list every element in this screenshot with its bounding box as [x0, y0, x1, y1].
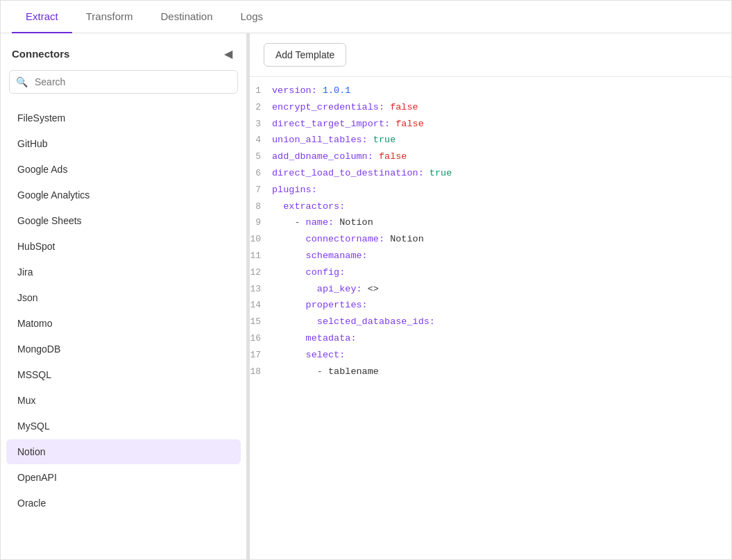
code-line-14: 14 properties:: [250, 297, 731, 314]
line-content-13: api_key: <>: [272, 282, 731, 297]
line-number-10: 10: [250, 232, 272, 247]
line-content-6: direct_load_to_destination: true: [272, 166, 731, 181]
search-box: 🔍: [9, 70, 238, 94]
line-number-6: 6: [250, 167, 272, 181]
toolbar: Add Template: [250, 33, 731, 77]
connector-item-google-analytics[interactable]: Google Analytics: [6, 183, 241, 207]
line-number-12: 12: [250, 266, 272, 280]
right-panel: Add Template 1version: 1.0.12encrypt_cre…: [250, 33, 731, 559]
tab-logs[interactable]: Logs: [227, 1, 278, 33]
connector-item-google-ads[interactable]: Google Ads: [6, 157, 241, 182]
code-line-5: 5add_dbname_column: false: [250, 149, 731, 165]
connector-item-jira[interactable]: Jira: [6, 260, 241, 285]
search-input[interactable]: [9, 70, 238, 94]
code-line-17: 17 select:: [250, 347, 731, 364]
line-content-2: encrypt_credentials: false: [272, 100, 731, 115]
line-content-8: extractors:: [272, 199, 731, 214]
code-line-16: 16 metadata:: [250, 330, 731, 347]
line-number-14: 14: [250, 298, 272, 313]
line-content-9: - name: Notion: [272, 215, 731, 230]
connector-item-matomo[interactable]: Matomo: [6, 311, 241, 336]
line-content-12: config:: [272, 265, 731, 280]
line-number-9: 9: [250, 216, 272, 230]
line-number-7: 7: [250, 183, 272, 198]
line-content-17: select:: [272, 348, 731, 363]
connector-item-google-sheets[interactable]: Google Sheets: [6, 208, 241, 233]
line-number-13: 13: [250, 282, 272, 297]
line-content-5: add_dbname_column: false: [272, 149, 731, 164]
connector-item-mssql[interactable]: MSSQL: [6, 362, 241, 387]
line-number-17: 17: [250, 348, 272, 363]
code-line-2: 2encrypt_credentials: false: [250, 99, 731, 116]
top-tabs: Extract Transform Destination Logs: [1, 1, 731, 33]
collapse-icon: ◀: [224, 47, 232, 60]
sidebar-header: Connectors ◀: [1, 33, 246, 70]
add-template-button[interactable]: Add Template: [264, 43, 346, 67]
connector-list: FileSystemGitHubGoogle AdsGoogle Analyti…: [1, 102, 246, 559]
code-line-3: 3direct_target_import: false: [250, 116, 731, 133]
line-content-10: connectorname: Notion: [272, 232, 731, 247]
code-line-12: 12 config:: [250, 264, 731, 281]
line-content-18: - tablename: [272, 364, 731, 380]
code-line-4: 4union_all_tables: true: [250, 132, 731, 149]
code-line-15: 15 selcted_database_ids:: [250, 314, 731, 330]
sidebar: Connectors ◀ 🔍 FileSystemGitHubGoogle Ad…: [1, 33, 247, 559]
line-content-3: direct_target_import: false: [272, 117, 731, 132]
line-number-18: 18: [250, 365, 272, 380]
collapse-sidebar-button[interactable]: ◀: [221, 44, 235, 63]
tab-extract[interactable]: Extract: [12, 1, 72, 33]
line-number-11: 11: [250, 249, 272, 264]
code-line-18: 18 - tablename: [250, 364, 731, 380]
connector-item-notion[interactable]: Notion: [6, 439, 241, 464]
tab-transform[interactable]: Transform: [72, 1, 147, 33]
line-number-5: 5: [250, 150, 272, 164]
code-line-13: 13 api_key: <>: [250, 281, 731, 298]
line-number-1: 1: [250, 84, 272, 99]
line-number-3: 3: [250, 117, 272, 132]
code-editor[interactable]: 1version: 1.0.12encrypt_credentials: fal…: [250, 77, 731, 559]
connector-item-json[interactable]: Json: [6, 285, 241, 310]
code-line-8: 8 extractors:: [250, 198, 731, 215]
search-icon: 🔍: [16, 76, 28, 87]
connector-item-mysql[interactable]: MySQL: [6, 414, 241, 439]
code-line-10: 10 connectorname: Notion: [250, 231, 731, 248]
line-content-7: plugins:: [272, 183, 731, 198]
line-content-16: metadata:: [272, 331, 731, 346]
app-container: Extract Transform Destination Logs Conne…: [0, 0, 732, 560]
connector-item-hubspot[interactable]: HubSpot: [6, 234, 241, 259]
main-content: Connectors ◀ 🔍 FileSystemGitHubGoogle Ad…: [1, 33, 731, 559]
line-content-15: selcted_database_ids:: [272, 314, 731, 330]
code-line-11: 11 schemaname:: [250, 248, 731, 264]
code-line-7: 7plugins:: [250, 182, 731, 198]
line-content-4: union_all_tables: true: [272, 133, 731, 148]
line-content-1: version: 1.0.1: [272, 83, 731, 99]
connector-item-mux[interactable]: Mux: [6, 388, 241, 413]
connector-item-oracle[interactable]: Oracle: [6, 491, 241, 516]
line-content-11: schemaname:: [272, 248, 731, 264]
connector-item-filesystem[interactable]: FileSystem: [6, 105, 241, 130]
tab-destination[interactable]: Destination: [146, 1, 226, 33]
code-line-9: 9 - name: Notion: [250, 214, 731, 231]
line-number-4: 4: [250, 133, 272, 148]
code-line-1: 1version: 1.0.1: [250, 83, 731, 99]
line-number-16: 16: [250, 332, 272, 346]
code-line-6: 6direct_load_to_destination: true: [250, 165, 731, 182]
line-number-15: 15: [250, 315, 272, 330]
line-number-8: 8: [250, 200, 272, 214]
connector-item-github[interactable]: GitHub: [6, 131, 241, 156]
line-number-2: 2: [250, 101, 272, 115]
connector-item-mongodb[interactable]: MongoDB: [6, 337, 241, 362]
line-content-14: properties:: [272, 298, 731, 313]
sidebar-title: Connectors: [12, 48, 69, 60]
connector-item-openapi[interactable]: OpenAPI: [6, 465, 241, 490]
